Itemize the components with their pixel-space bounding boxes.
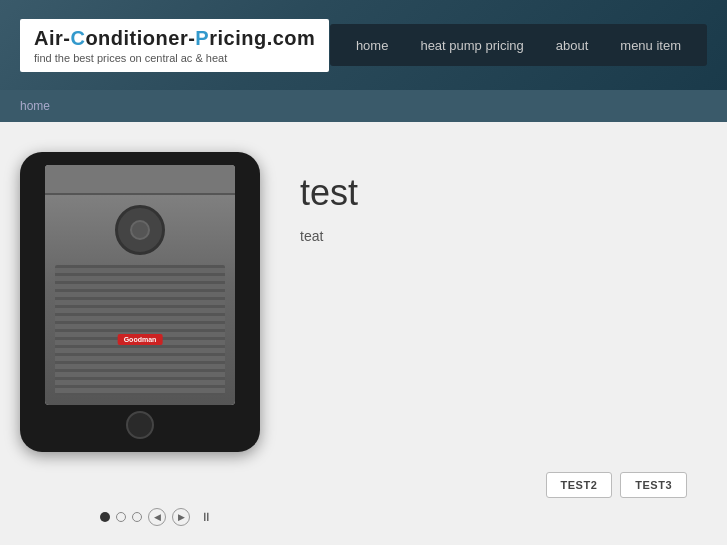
content-text: test teat xyxy=(300,152,358,247)
nav-item-about[interactable]: about xyxy=(540,24,605,66)
slider-controls: ◀ ▶ ⏸ xyxy=(20,498,707,526)
slider-prev-button[interactable]: ◀ xyxy=(148,508,166,526)
logo-block: Air-Conditioner-Pricing.com find the bes… xyxy=(20,19,329,72)
ac-unit-image: Goodman xyxy=(45,165,235,405)
content-body: teat xyxy=(300,226,358,247)
device-frame: Goodman xyxy=(20,152,260,452)
device-screen: Goodman xyxy=(45,165,235,405)
nav-item-heat-pump[interactable]: heat pump pricing xyxy=(404,24,539,66)
ac-fan xyxy=(115,205,165,255)
content-wrapper: Goodman test teat xyxy=(20,152,700,452)
ac-brand-badge: Goodman xyxy=(118,334,163,345)
buttons-area: TEST2 TEST3 xyxy=(20,472,707,498)
slider-next-button[interactable]: ▶ xyxy=(172,508,190,526)
breadcrumb-bar: home xyxy=(0,90,727,122)
breadcrumb[interactable]: home xyxy=(20,99,50,113)
ac-fan-inner xyxy=(130,220,150,240)
slider-dot-3[interactable] xyxy=(132,512,142,522)
main-nav: home heat pump pricing about menu item xyxy=(330,24,707,66)
device-home-button xyxy=(126,411,154,439)
ac-top xyxy=(45,165,235,195)
content-heading: test xyxy=(300,172,358,214)
logo-title: Air-Conditioner-Pricing.com xyxy=(34,27,315,50)
slider-dot-1[interactable] xyxy=(100,512,110,522)
slider-dot-2[interactable] xyxy=(116,512,126,522)
test3-button[interactable]: TEST3 xyxy=(620,472,687,498)
header: Air-Conditioner-Pricing.com find the bes… xyxy=(0,0,727,90)
ac-grille xyxy=(55,265,225,395)
test2-button[interactable]: TEST2 xyxy=(546,472,613,498)
main-content: Goodman test teat TEST2 TEST3 ◀ ▶ ⏸ xyxy=(0,122,727,545)
nav-item-home[interactable]: home xyxy=(340,24,405,66)
slider-pause-button[interactable]: ⏸ xyxy=(200,510,212,524)
logo-subtitle: find the best prices on central ac & hea… xyxy=(34,52,315,64)
nav-item-menu-item[interactable]: menu item xyxy=(604,24,697,66)
